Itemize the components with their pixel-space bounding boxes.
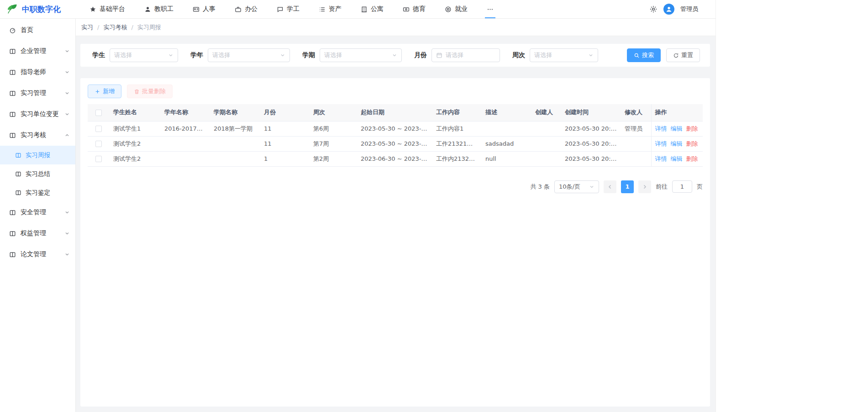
row-checkbox[interactable] bbox=[95, 126, 102, 132]
page-number-current[interactable]: 1 bbox=[621, 180, 634, 193]
cell-created-time: 2023-05-30 20:00:22 bbox=[561, 136, 621, 151]
cell-work-content: 工作内213213... bbox=[432, 151, 482, 166]
trash-icon bbox=[134, 89, 140, 95]
sidebar-item-rights-mgmt[interactable]: 权益管理 bbox=[0, 223, 75, 244]
row-checkbox[interactable] bbox=[95, 156, 102, 162]
nav-item-hr[interactable]: 人事 bbox=[189, 0, 219, 18]
detail-link[interactable]: 详情 bbox=[655, 125, 667, 132]
select-all-checkbox[interactable] bbox=[95, 110, 102, 116]
delete-link[interactable]: 删除 bbox=[686, 140, 698, 147]
chevron-down-icon bbox=[64, 252, 70, 257]
reset-button[interactable]: 重置 bbox=[666, 48, 700, 62]
cell-student: 测试学生1 bbox=[110, 121, 161, 136]
breadcrumb-separator: / bbox=[97, 24, 99, 31]
nav-label: 人事 bbox=[203, 5, 216, 13]
delete-link[interactable]: 删除 bbox=[686, 125, 698, 132]
nav-item-moral-education[interactable]: 德育 bbox=[399, 0, 429, 18]
edit-link[interactable]: 编辑 bbox=[671, 125, 683, 132]
sidebar-item-label: 企业管理 bbox=[21, 47, 46, 55]
detail-link[interactable]: 详情 bbox=[655, 140, 667, 147]
idcard-icon bbox=[193, 6, 200, 13]
delete-link[interactable]: 删除 bbox=[686, 155, 698, 162]
sidebar-item-internship-unit-change[interactable]: 实习单位变更 bbox=[0, 104, 75, 125]
col-header: 工作内容 bbox=[432, 104, 482, 121]
field-label: 学生 bbox=[92, 51, 105, 59]
add-button[interactable]: 新增 bbox=[88, 85, 121, 98]
edit-link[interactable]: 编辑 bbox=[671, 140, 683, 147]
cell-work-content: 工作21321内容2 bbox=[432, 136, 482, 151]
briefcase-icon bbox=[235, 6, 242, 13]
sidebar-subitem-internship-appraisal[interactable]: 实习鉴定 bbox=[0, 183, 75, 202]
nav-item-office[interactable]: 办公 bbox=[231, 0, 261, 18]
sidebar-item-internship-assessment[interactable]: 实习考核 bbox=[0, 125, 75, 146]
page-size-value: 10条/页 bbox=[559, 183, 589, 191]
search-button[interactable]: 搜索 bbox=[627, 48, 661, 62]
student-select[interactable]: 请选择 bbox=[110, 48, 178, 62]
chevron-down-icon bbox=[64, 90, 70, 96]
cell-modifier: 管理员 bbox=[621, 121, 651, 136]
sidebar-subitem-internship-summary[interactable]: 实习总结 bbox=[0, 164, 75, 183]
sidebar-item-internship-mgmt[interactable]: 实习管理 bbox=[0, 83, 75, 104]
field-label: 周次 bbox=[512, 51, 525, 59]
current-user[interactable]: 管理员 bbox=[680, 5, 698, 13]
chevron-left-icon bbox=[607, 184, 613, 190]
next-page-button[interactable] bbox=[638, 180, 651, 193]
chevron-down-icon bbox=[280, 53, 285, 58]
gear-icon[interactable] bbox=[649, 5, 658, 13]
nav-item-apartment[interactable]: 公寓 bbox=[357, 0, 387, 18]
select-placeholder: 请选择 bbox=[212, 51, 280, 59]
cell-term: 2018第一学期 bbox=[210, 121, 260, 136]
page-size-select[interactable]: 10条/页 bbox=[554, 180, 599, 193]
grid-icon bbox=[9, 90, 16, 97]
prev-page-button[interactable] bbox=[604, 180, 616, 193]
detail-link[interactable]: 详情 bbox=[655, 155, 667, 162]
nav-item-employment[interactable]: 就业 bbox=[441, 0, 471, 18]
grid-icon bbox=[9, 48, 16, 55]
goto-page-input[interactable] bbox=[672, 180, 692, 193]
main-content: 实习 / 实习考核 / 实习周报 学生 请选择 学年 请选择 bbox=[76, 19, 715, 412]
semester-select[interactable]: 请选择 bbox=[320, 48, 402, 62]
week-select[interactable]: 请选择 bbox=[530, 48, 598, 62]
chevron-down-icon bbox=[64, 210, 70, 215]
breadcrumb-item[interactable]: 实习 bbox=[81, 23, 93, 32]
grid-icon bbox=[15, 190, 21, 196]
breadcrumb-item-current: 实习周报 bbox=[137, 23, 161, 32]
sidebar-item-label: 论文管理 bbox=[21, 250, 46, 259]
nav-item-base-platform[interactable]: 基础平台 bbox=[86, 0, 129, 18]
school-year-select[interactable]: 请选择 bbox=[208, 48, 290, 62]
cell-week: 第2周 bbox=[310, 151, 357, 166]
select-placeholder: 请选择 bbox=[324, 51, 392, 59]
nav-item-staff[interactable]: 教职工 bbox=[141, 0, 177, 18]
table-card: 新增 批量删除 学生姓名 学年名称 bbox=[80, 78, 710, 407]
sidebar-item-mentor-teacher[interactable]: 指导老师 bbox=[0, 62, 75, 83]
row-checkbox[interactable] bbox=[95, 141, 102, 147]
button-label: 批量删除 bbox=[142, 87, 166, 95]
sidebar-item-safety-mgmt[interactable]: 安全管理 bbox=[0, 202, 75, 223]
breadcrumb-item[interactable]: 实习考核 bbox=[103, 23, 127, 32]
cell-actions: 详情编辑删除 bbox=[651, 136, 703, 151]
col-header: 周次 bbox=[310, 104, 357, 121]
select-placeholder: 请选择 bbox=[534, 51, 588, 59]
sidebar-item-thesis-mgmt[interactable]: 论文管理 bbox=[0, 244, 75, 265]
cell-work-content: 工作内容1 bbox=[432, 121, 482, 136]
nav-item-more[interactable] bbox=[483, 0, 497, 18]
edit-link[interactable]: 编辑 bbox=[671, 155, 683, 162]
chevron-down-icon bbox=[64, 69, 70, 75]
app-title: 中职数字化 bbox=[22, 4, 61, 15]
col-header: 描述 bbox=[482, 104, 531, 121]
batch-delete-button[interactable]: 批量删除 bbox=[127, 85, 173, 98]
sidebar-item-enterprise-mgmt[interactable]: 企业管理 bbox=[0, 41, 75, 62]
filter-bar: 学生 请选择 学年 请选择 学期 请选择 bbox=[80, 44, 710, 67]
grid-icon bbox=[9, 111, 16, 118]
nav-item-student-affairs[interactable]: 学工 bbox=[273, 0, 303, 18]
grid-icon bbox=[15, 152, 21, 158]
avatar[interactable] bbox=[663, 4, 674, 15]
cell-student: 测试学生2 bbox=[110, 136, 161, 151]
month-date-picker[interactable]: 请选择 bbox=[431, 48, 500, 62]
sidebar-item-home[interactable]: 首页 bbox=[0, 20, 75, 41]
chevron-up-icon bbox=[64, 132, 70, 138]
chevron-down-icon bbox=[64, 111, 70, 117]
grid-icon bbox=[9, 209, 16, 216]
sidebar-subitem-weekly-report[interactable]: 实习周报 bbox=[0, 146, 75, 164]
nav-item-assets[interactable]: 资产 bbox=[315, 0, 345, 18]
